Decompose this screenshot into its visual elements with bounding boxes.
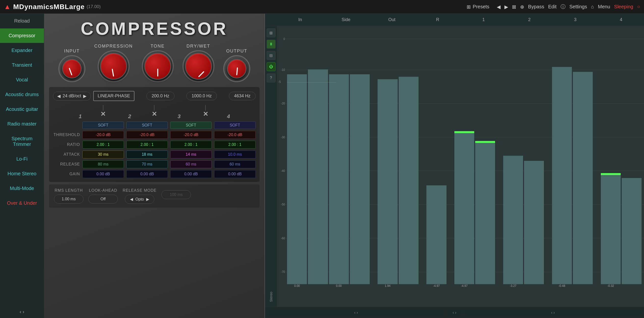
rms-group: RMS LENGTH 1.00 ms bbox=[54, 188, 84, 204]
band-mode-3[interactable]: SOFT bbox=[170, 122, 212, 129]
tone-label: TONE bbox=[151, 44, 165, 49]
meter-btn-copy[interactable]: ⊟ bbox=[267, 51, 276, 60]
meter-sidebar: ⊞ ⏸ ⊟ ⏻ ? Stereo bbox=[265, 26, 277, 307]
threshold-4[interactable]: -20.0 dB bbox=[214, 131, 256, 139]
meter-scroll-2[interactable]: ‹ › bbox=[447, 310, 462, 316]
filter-next-arrow[interactable]: ▶ bbox=[83, 93, 86, 99]
sidebar-item-lofi[interactable]: Lo-Fi bbox=[0, 152, 44, 166]
nav-icon2[interactable]: ⊕ bbox=[520, 4, 524, 10]
threshold-3[interactable]: -20.0 dB bbox=[170, 131, 212, 139]
freq-badge-3[interactable]: 4634 Hz bbox=[229, 92, 256, 100]
sidebar-item-over-under[interactable]: Over & Under bbox=[0, 196, 44, 211]
meter-col-2: 2 bbox=[506, 17, 552, 22]
sidebar-item-compressor[interactable]: Compressor bbox=[0, 28, 44, 43]
edit-button[interactable]: Edit bbox=[548, 4, 556, 9]
bar-band4-r bbox=[622, 178, 642, 284]
freq-badge-1[interactable]: 200.0 Hz bbox=[146, 92, 174, 100]
attack-4[interactable]: 10.0 ms bbox=[214, 151, 256, 158]
sidebar-scroll[interactable]: ‹ › bbox=[0, 306, 44, 318]
sidebar-item-spectrum-trimmer[interactable]: Spectrum Trimmer bbox=[0, 131, 44, 152]
compression-knob[interactable] bbox=[98, 50, 130, 82]
freq-badge-2[interactable]: 1000.0 Hz bbox=[186, 92, 217, 100]
sidebar-item-vocal[interactable]: Vocal bbox=[0, 73, 44, 87]
meter-btn-pause[interactable]: ⏸ bbox=[267, 40, 276, 48]
release-mode-next[interactable]: ▶ bbox=[146, 197, 149, 202]
threshold-1[interactable]: -20.0 dB bbox=[82, 131, 124, 139]
val-b1: -4.97 bbox=[454, 284, 474, 307]
sidebar-item-transient[interactable]: Transient bbox=[0, 58, 44, 73]
nav-next[interactable]: ▶ bbox=[504, 4, 508, 10]
sidebar-item-expander[interactable]: Expander bbox=[0, 43, 44, 58]
val-b4r bbox=[622, 284, 642, 307]
val-b3r bbox=[573, 284, 593, 307]
gain-4[interactable]: 0.00 dB bbox=[214, 170, 256, 178]
toolbar-label: Toolbar bbox=[643, 158, 644, 174]
sidebar-item-acoustic-guitar[interactable]: Acoustic guitar bbox=[0, 102, 44, 117]
knob-group-input: INPUT bbox=[58, 48, 86, 82]
threshold-2[interactable]: -20.0 dB bbox=[126, 131, 168, 139]
bar-band1-l bbox=[454, 131, 474, 285]
sidebar-item-multi-mode[interactable]: Multi-Mode bbox=[0, 181, 44, 196]
bypass-button[interactable]: Bypass bbox=[528, 4, 544, 9]
filter-select[interactable]: ◀ 24 dB/oct ▶ bbox=[53, 92, 91, 100]
extra-group: 100 ms bbox=[162, 188, 191, 199]
input-knob[interactable] bbox=[58, 55, 86, 82]
ratio-2[interactable]: 2.00 : 1 bbox=[126, 141, 168, 149]
val-side-r bbox=[350, 284, 370, 307]
meter-btn-grid[interactable]: ⊞ bbox=[267, 28, 276, 37]
home-icon[interactable]: ⌂ bbox=[591, 4, 594, 9]
ratio-4[interactable]: 2.00 : 1 bbox=[214, 141, 256, 149]
attack-2[interactable]: 18 ms bbox=[126, 151, 168, 158]
sidebar-item-acoustic-drums[interactable]: Acoustic drums bbox=[0, 87, 44, 102]
lookahead-value[interactable]: Off bbox=[88, 195, 118, 204]
meter-btn-help[interactable]: ? bbox=[267, 73, 276, 82]
linear-phase-button[interactable]: LINEAR-PHASE bbox=[93, 91, 134, 101]
meter-area: ⊞ ⏸ ⊟ ⏻ ? Stereo 0 -10 bbox=[265, 26, 644, 307]
band-mode-2[interactable]: SOFT bbox=[126, 122, 168, 129]
band-mode-1[interactable]: SOFT bbox=[82, 122, 124, 129]
meter-col-in: In bbox=[277, 17, 323, 22]
plugin-title: COMPRESSOR bbox=[44, 14, 264, 41]
attack-1[interactable]: 30 ms bbox=[82, 151, 124, 158]
release-2[interactable]: 70 ms bbox=[126, 160, 168, 168]
release-mode-label: RELEASE MODE bbox=[123, 188, 156, 193]
menu-button[interactable]: Menu bbox=[598, 4, 610, 9]
rms-value[interactable]: 1.00 ms bbox=[54, 195, 84, 204]
release-mode-control[interactable]: ◀ Opto ▶ bbox=[125, 195, 154, 204]
attack-3[interactable]: 14 ms bbox=[170, 151, 212, 158]
drywet-knob[interactable] bbox=[182, 50, 214, 82]
band-mode-4[interactable]: SOFT bbox=[214, 122, 256, 129]
sidebar-item-radio-master[interactable]: Radio master bbox=[0, 117, 44, 131]
gain-2[interactable]: 0.00 dB bbox=[126, 170, 168, 178]
tone-knob[interactable] bbox=[142, 50, 174, 82]
gain-3[interactable]: 0.00 dB bbox=[170, 170, 212, 178]
nav-icon1[interactable]: ⊠ bbox=[512, 4, 516, 10]
power-icon[interactable]: ○ bbox=[637, 4, 640, 9]
knob-group-compression: COMPRESSION bbox=[94, 44, 133, 82]
top-bar: ▲ MDynamicsMBLarge (17.00) ⊞ Presets ◀ ▶… bbox=[0, 0, 644, 14]
ratio-1[interactable]: 2.00 : 1 bbox=[82, 141, 124, 149]
ratio-label: RATIO bbox=[53, 142, 80, 147]
gain-1[interactable]: 0.00 dB bbox=[82, 170, 124, 178]
info-icon[interactable]: ⓘ bbox=[560, 3, 566, 10]
sidebar-reload[interactable]: Reload bbox=[0, 14, 44, 28]
settings-button[interactable]: Settings bbox=[570, 4, 587, 9]
release-3[interactable]: 60 ms bbox=[170, 160, 212, 168]
release-1[interactable]: 80 ms bbox=[82, 160, 124, 168]
release-mode-prev[interactable]: ◀ bbox=[130, 197, 133, 202]
ratio-3[interactable]: 2.00 : 1 bbox=[170, 141, 212, 149]
meter-scroll-3[interactable]: ‹ › bbox=[464, 310, 642, 316]
val-b2: -3.27 bbox=[503, 284, 523, 307]
release-4[interactable]: 60 ms bbox=[214, 160, 256, 168]
bar-band2-r bbox=[524, 161, 544, 285]
bar-side-l bbox=[329, 74, 349, 284]
sidebar-item-home-stereo[interactable]: Home Stereo bbox=[0, 166, 44, 181]
meter-btn-power[interactable]: ⏻ bbox=[267, 62, 276, 71]
meter-scroll-1[interactable]: ‹ › bbox=[268, 310, 445, 316]
nav-prev[interactable]: ◀ bbox=[497, 4, 500, 10]
filter-prev-arrow[interactable]: ◀ bbox=[57, 93, 60, 99]
release-label: RELEASE bbox=[53, 162, 80, 166]
gain-label: GAIN bbox=[53, 172, 80, 176]
output-knob[interactable] bbox=[223, 55, 250, 82]
presets-button[interactable]: ⊞ Presets bbox=[466, 4, 490, 10]
